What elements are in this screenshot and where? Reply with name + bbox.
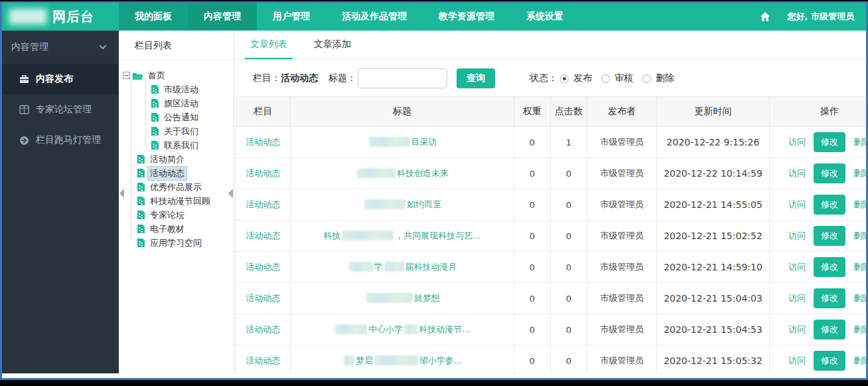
cell-category: 活动动态 bbox=[236, 221, 291, 252]
edit-button[interactable]: 修改 bbox=[814, 288, 845, 308]
tree-node-label: 专家论坛 bbox=[148, 209, 186, 222]
nav-item-activities[interactable]: 活动及作品管理 bbox=[326, 3, 423, 31]
tree-node[interactable]: 联系我们 bbox=[119, 138, 231, 152]
visit-link[interactable]: 访问 bbox=[788, 355, 806, 367]
tree-node[interactable]: 应用学习空间 bbox=[119, 236, 231, 250]
title-text[interactable]: 目采访 bbox=[411, 137, 437, 147]
tree-node[interactable]: 旗区活动 bbox=[119, 96, 231, 110]
delete-link[interactable]: 删除 bbox=[853, 167, 866, 179]
column-tree-panel: 栏目列表 −首页市级活动旗区活动公告通知关于我们联系我们活动简介活动动态优秀作品… bbox=[119, 31, 234, 373]
search-button[interactable]: 查询 bbox=[457, 68, 495, 88]
delete-link[interactable]: 删除 bbox=[853, 292, 866, 304]
delete-link[interactable]: 删除 bbox=[853, 230, 866, 242]
home-icon[interactable] bbox=[760, 11, 770, 22]
tree-node[interactable]: 优秀作品展示 bbox=[119, 180, 231, 194]
radio-published[interactable] bbox=[560, 74, 569, 83]
sidebar-section-content[interactable]: 内容管理 bbox=[2, 31, 119, 64]
sidebar-item-expert-forum[interactable]: 专家论坛管理 bbox=[2, 94, 119, 125]
tree-node-label: 活动动态 bbox=[148, 167, 186, 180]
tree-node[interactable]: 活动简介 bbox=[119, 152, 231, 166]
radio-review-label[interactable]: 审核 bbox=[615, 72, 633, 84]
title-text[interactable]: ，共同展现科技与艺... bbox=[395, 231, 480, 241]
radio-deleted-label[interactable]: 删除 bbox=[656, 72, 674, 84]
tree-node[interactable]: 专家论坛 bbox=[119, 208, 231, 222]
tree-node[interactable]: 公告通知 bbox=[119, 110, 231, 124]
nav-item-content[interactable]: 内容管理 bbox=[188, 3, 257, 31]
title-text[interactable]: 学 bbox=[374, 262, 383, 272]
tab-article-add[interactable]: 文章添加 bbox=[309, 31, 356, 59]
cell-publisher: 市级管理员 bbox=[587, 127, 657, 158]
title-text[interactable]: 就梦想 bbox=[414, 293, 440, 303]
tree-node[interactable]: 活动动态 bbox=[119, 166, 231, 180]
nav-item-users[interactable]: 用户管理 bbox=[257, 3, 326, 31]
document-icon bbox=[151, 98, 159, 108]
title-text[interactable]: 中心小学 bbox=[368, 324, 403, 334]
edit-button[interactable]: 修改 bbox=[814, 257, 845, 277]
visit-link[interactable]: 访问 bbox=[788, 292, 806, 304]
tree-node[interactable]: 关于我们 bbox=[119, 124, 231, 138]
blurred-text bbox=[349, 262, 373, 272]
tree-node[interactable]: −首页 bbox=[119, 68, 231, 82]
edit-button[interactable]: 修改 bbox=[814, 320, 845, 339]
visit-link[interactable]: 访问 bbox=[788, 199, 806, 211]
cell-updated: 2020-12-21 15:02:52 bbox=[657, 221, 770, 252]
title-text[interactable]: 望小学参... bbox=[419, 355, 462, 365]
edit-button[interactable]: 修改 bbox=[814, 351, 845, 371]
expander-icon[interactable]: − bbox=[123, 72, 130, 79]
table-row: 活动动态梦启望小学参...00市级管理员2020-12-21 15:05:32访… bbox=[236, 345, 867, 374]
nav-item-settings[interactable]: 系统设置 bbox=[510, 3, 579, 31]
visit-link[interactable]: 访问 bbox=[788, 167, 806, 179]
title-text[interactable]: 科技 bbox=[323, 231, 340, 241]
visit-link[interactable]: 访问 bbox=[788, 261, 806, 273]
article-table-wrap: 栏目 标题 权重 点击数 发布者 更新时间 操作 活动动态目采访01市级管理员2… bbox=[236, 96, 866, 373]
radio-deleted[interactable] bbox=[642, 74, 651, 83]
delete-link[interactable]: 删除 bbox=[853, 199, 866, 211]
main-content: 文章列表 文章添加 栏目： 活动动态 标题： 查询 状态： 发布 审核 删除 bbox=[234, 31, 866, 373]
delete-link[interactable]: 删除 bbox=[853, 355, 866, 367]
cell-updated: 2020-12-22 9:15:26 bbox=[657, 127, 770, 158]
delete-link[interactable]: 删除 bbox=[853, 136, 866, 148]
nav-item-dashboard[interactable]: 我的面板 bbox=[119, 3, 188, 31]
title-text[interactable]: 科技动漫节... bbox=[419, 324, 470, 334]
title-text[interactable]: 如约而至 bbox=[407, 199, 441, 209]
sidebar-item-marquee[interactable]: 栏目跑马灯管理 bbox=[2, 125, 119, 155]
nav-item-resources[interactable]: 教学资源管理 bbox=[423, 3, 510, 31]
cell-title: 科技，共同展现科技与艺... bbox=[291, 221, 514, 252]
tree-node-label: 优秀作品展示 bbox=[148, 181, 204, 194]
edit-button[interactable]: 修改 bbox=[814, 226, 845, 246]
user-greeting[interactable]: 您好, 市级管理员 bbox=[788, 11, 854, 23]
visit-link[interactable]: 访问 bbox=[788, 230, 806, 242]
header-actions: 操作 bbox=[770, 97, 867, 127]
header-publisher: 发布者 bbox=[587, 97, 657, 127]
tree-node[interactable]: 电子教材 bbox=[119, 222, 231, 236]
title-text[interactable]: 梦启 bbox=[356, 355, 373, 365]
collapse-panel-right-icon[interactable] bbox=[228, 189, 233, 198]
delete-link[interactable]: 删除 bbox=[853, 261, 866, 273]
sidebar-section-label: 内容管理 bbox=[11, 41, 48, 53]
tree-node[interactable]: 市级活动 bbox=[119, 82, 231, 96]
collapse-panel-left-icon[interactable] bbox=[119, 189, 124, 198]
cell-category: 活动动态 bbox=[236, 345, 291, 374]
cell-actions: 访问修改删除 bbox=[770, 221, 867, 252]
document-icon bbox=[151, 140, 159, 150]
edit-button[interactable]: 修改 bbox=[814, 132, 845, 152]
radio-review[interactable] bbox=[601, 74, 610, 83]
visit-link[interactable]: 访问 bbox=[788, 136, 806, 148]
tree-node[interactable]: 科技动漫节回顾 bbox=[119, 194, 231, 208]
radio-published-label[interactable]: 发布 bbox=[573, 72, 592, 84]
tab-article-list[interactable]: 文章列表 bbox=[245, 31, 293, 59]
document-icon bbox=[151, 84, 159, 94]
cell-category: 活动动态 bbox=[236, 158, 291, 189]
title-text[interactable]: 科技创造未来 bbox=[397, 168, 449, 178]
document-icon bbox=[151, 126, 159, 136]
edit-button[interactable]: 修改 bbox=[814, 195, 845, 215]
title-text[interactable]: 届科技动漫月 bbox=[405, 262, 457, 272]
sidebar-item-content-publish[interactable]: 内容发布 bbox=[2, 64, 119, 94]
visit-link[interactable]: 访问 bbox=[788, 324, 806, 336]
delete-link[interactable]: 删除 bbox=[853, 324, 866, 336]
title-search-input[interactable] bbox=[358, 68, 447, 88]
cell-updated: 2020-12-21 14:59:10 bbox=[657, 252, 770, 283]
edit-button[interactable]: 修改 bbox=[814, 163, 845, 183]
chevron-down-icon bbox=[99, 43, 107, 51]
window-bottom-edge bbox=[0, 381, 868, 386]
